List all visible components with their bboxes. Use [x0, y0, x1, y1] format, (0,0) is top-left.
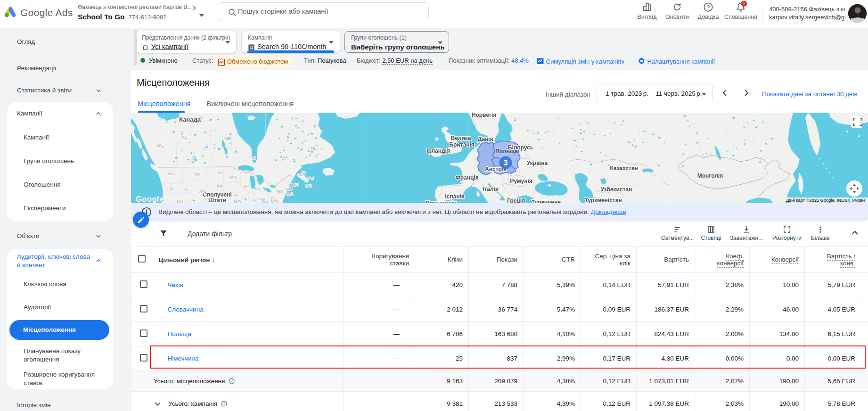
svg-text:ME: ME [292, 182, 298, 188]
svg-text:Туркменістан: Туркменістан [584, 197, 622, 203]
svg-text:IN: IN [251, 198, 256, 203]
svg-text:NB: NB [299, 172, 305, 177]
svg-text:Румунія: Румунія [510, 178, 532, 184]
svg-text:SK: SK [203, 144, 209, 149]
svg-text:MA: MA [287, 191, 294, 196]
svg-text:ID: ID [183, 187, 188, 192]
svg-text:Іспанія: Іспанія [445, 193, 465, 200]
svg-text:QC: QC [282, 156, 288, 161]
svg-text:PE: PE [308, 175, 314, 180]
svg-text:MN: MN [230, 175, 237, 180]
svg-text:Україна: Україна [527, 160, 548, 166]
svg-text:ON: ON [249, 155, 256, 160]
svg-text:Норвегія: Норвегія [472, 113, 497, 118]
svg-text:?: ? [230, 379, 232, 383]
svg-text:?: ? [707, 4, 710, 11]
svg-text:NL: NL [311, 146, 317, 151]
svg-text:WY: WY [198, 189, 206, 194]
svg-text:MO: MO [234, 199, 241, 203]
svg-text:Google: Google [136, 195, 164, 203]
svg-text:BC: BC [157, 142, 163, 148]
svg-text:Дані карт ©2025 Google, INEGI: Дані карт ©2025 Google, INEGI [786, 198, 849, 203]
svg-text:Франція: Франція [455, 174, 478, 181]
svg-text:UT: UT [189, 199, 196, 203]
svg-text:WI: WI [243, 183, 249, 189]
svg-text:Узбекистан: Узбекистан [601, 186, 632, 193]
svg-text:Канада: Канада [179, 116, 201, 123]
svg-text:Туреччина: Туреччина [532, 199, 561, 203]
svg-text:Монголія: Монголія [697, 173, 723, 179]
svg-text:IL: IL [243, 196, 247, 201]
svg-text:?: ? [223, 402, 225, 406]
svg-text:Казахстан: Казахстан [610, 165, 638, 172]
svg-text:MI: MI [255, 186, 260, 191]
svg-text:Білорусь: Білорусь [508, 144, 533, 151]
svg-text:SD: SD [216, 184, 222, 189]
svg-text:Ірландія: Ірландія [426, 148, 450, 154]
svg-text:3: 3 [504, 159, 508, 167]
svg-text:Португалія: Португалія [426, 200, 457, 203]
svg-text:Греція: Греція [507, 197, 525, 203]
svg-text:IA: IA [234, 192, 239, 197]
svg-text:Британія: Британія [449, 141, 474, 148]
svg-text:OR: OR [167, 186, 174, 191]
svg-text:WV: WV [261, 199, 269, 203]
svg-text:Італія: Італія [483, 186, 499, 192]
svg-text:NY: NY [277, 189, 283, 194]
svg-text:AB: AB [181, 134, 188, 140]
svg-text:NS: NS [305, 183, 311, 189]
svg-text:!: ! [743, 1, 745, 6]
svg-text:Велика: Велика [450, 135, 471, 141]
svg-text:MT: MT [194, 172, 201, 177]
svg-text:WA: WA [168, 171, 176, 176]
svg-text:Данія: Данія [478, 136, 493, 142]
svg-text:Умови: Умови [852, 198, 865, 203]
svg-text:ND: ND [216, 170, 223, 175]
svg-text:MD: MD [271, 199, 278, 203]
svg-text:NV: NV [177, 199, 183, 203]
svg-text:MB: MB [224, 136, 231, 141]
